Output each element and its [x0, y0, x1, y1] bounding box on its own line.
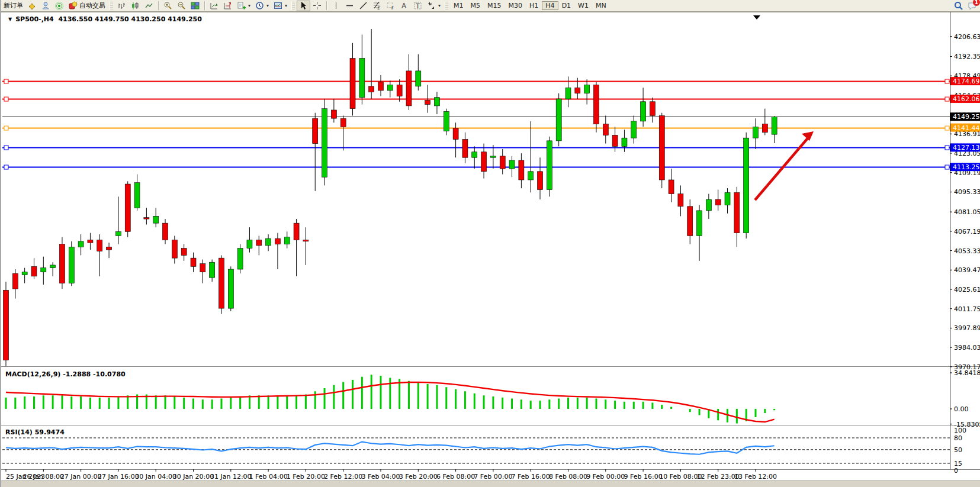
trendline-tool[interactable]: [356, 1, 370, 11]
candle-body: [22, 272, 27, 275]
fibonacci-tool[interactable]: E: [370, 1, 384, 11]
time-axis-label: 6 Feb 08:00: [436, 473, 475, 480]
dropdown-caret: ▾: [266, 3, 269, 8]
candle-body: [612, 135, 618, 146]
indicator-list-button[interactable]: [207, 1, 221, 11]
time-axis-label: 7 Feb 00:00: [474, 473, 512, 480]
rsi-indicator-label: RSI(14) 59.9474: [5, 428, 65, 436]
cursor-tool-button[interactable]: [297, 1, 310, 11]
candle-body: [734, 192, 740, 233]
time-axis-label: 1 Feb 04:00: [249, 473, 288, 480]
new-order-button[interactable]: 新订单: [1, 1, 25, 11]
time-axis-label: 12 Feb 23:00: [697, 473, 740, 480]
price-label-text: 4113.252: [953, 163, 980, 171]
arrows-tool[interactable]: ▾: [425, 1, 443, 11]
price-tick-label: 4039.470: [954, 266, 980, 274]
signals-button[interactable]: [53, 1, 66, 11]
search-icon[interactable]: [954, 1, 963, 10]
candle-body: [144, 218, 149, 219]
window-bottom-edge: [1, 480, 980, 487]
time-axis-label: 3 Feb 20:00: [399, 473, 438, 480]
candle-body: [153, 216, 159, 223]
price-tick-label: 4095.330: [954, 188, 980, 196]
timeframe-button-m30[interactable]: M30: [505, 1, 526, 11]
text-label-icon: T: [413, 1, 422, 10]
tile-windows-icon: [191, 1, 200, 10]
candle-body: [500, 156, 505, 169]
candle-body: [416, 71, 421, 86]
mt4-window: 新订单 自动交易 ▾ ▾ ▾ E F A T ▾ M: [0, 0, 980, 487]
timeframe-button-w1[interactable]: W1: [574, 1, 592, 11]
timeframe-bar: M1M5M15M30H1H4D1W1MN: [450, 1, 610, 11]
candle-body: [284, 237, 290, 244]
candle-body: [228, 269, 233, 308]
line-chart-button[interactable]: [142, 1, 156, 11]
candle-body: [650, 102, 655, 116]
dropdown-caret: ▾: [248, 3, 250, 8]
timeframe-button-h4[interactable]: H4: [542, 1, 558, 10]
period-button[interactable]: ▾: [253, 1, 271, 11]
market-watch-icon: [41, 1, 50, 10]
toolbar-separator: [326, 1, 327, 10]
candle-body: [331, 110, 336, 118]
template-button[interactable]: ▾: [271, 1, 290, 11]
candle-body: [762, 124, 767, 133]
timeframe-button-m5[interactable]: M5: [467, 1, 484, 11]
candle-body: [303, 240, 309, 241]
price-label-text: 4174.692: [953, 78, 980, 85]
candle-body: [359, 59, 365, 98]
hline-anchor: [4, 126, 8, 130]
candle-body: [387, 85, 393, 90]
candle-body: [181, 249, 187, 256]
chart-profiles-button[interactable]: [25, 1, 39, 11]
tile-windows-button[interactable]: [188, 1, 202, 11]
candle-body: [378, 82, 384, 91]
vertical-line-tool[interactable]: [329, 1, 343, 11]
text-tool[interactable]: A: [397, 1, 411, 11]
text-label-tool[interactable]: T: [411, 1, 425, 11]
autotrading-button[interactable]: 自动交易: [66, 1, 108, 11]
candle-body: [490, 156, 496, 157]
candle-body: [322, 109, 327, 178]
rsi-scale-label: 80: [954, 434, 962, 442]
price-chart[interactable]: 4206.6304192.3504178.4904164.6304150.770…: [1, 12, 980, 487]
candlestick-chart-button[interactable]: [128, 1, 142, 11]
channel-tool[interactable]: F: [384, 1, 397, 11]
time-axis-label: 9 Feb 16:00: [624, 473, 663, 480]
add-indicator-button[interactable]: ▾: [234, 1, 253, 11]
chart-dropdown-icon[interactable]: ▼: [8, 17, 12, 22]
zoom-in-button[interactable]: [161, 1, 175, 11]
candle-body: [725, 192, 730, 205]
timeframe-button-h1[interactable]: H1: [526, 1, 542, 11]
bar-chart-button[interactable]: [115, 1, 128, 11]
timeframe-button-m1[interactable]: M1: [450, 1, 467, 11]
chart-symbol: SP500-,H4: [15, 15, 54, 23]
candle-body: [50, 265, 56, 268]
candle-body: [641, 102, 646, 121]
toolbar-grip: [110, 2, 113, 10]
time-axis-label: 27 Jan 16:00: [98, 473, 139, 480]
candle-body: [715, 199, 721, 205]
candle-body: [622, 138, 627, 146]
svg-text:A: A: [401, 2, 407, 10]
candle-body: [125, 184, 130, 231]
candle-body: [31, 266, 37, 276]
candle-body: [294, 223, 299, 240]
timeframe-button-d1[interactable]: D1: [558, 1, 574, 11]
timeframe-button-mn[interactable]: MN: [592, 1, 610, 11]
candle-body: [687, 207, 693, 236]
zoom-out-button[interactable]: [175, 1, 188, 11]
candle-body: [41, 268, 46, 272]
crosshair-tool-button[interactable]: [310, 1, 324, 11]
candle-body: [369, 86, 374, 92]
horizontal-line-tool[interactable]: [343, 1, 356, 11]
timeframe-button-m15[interactable]: M15: [484, 1, 505, 11]
indicator-window-icon: [223, 1, 232, 10]
indicator-window-button[interactable]: [221, 1, 234, 11]
notifications-button[interactable]: 1: [968, 1, 976, 10]
toolbar-grip: [445, 2, 448, 10]
autotrading-icon: [69, 1, 78, 10]
candle-body: [12, 273, 18, 289]
candle-body: [556, 99, 561, 141]
market-watch-button[interactable]: [39, 1, 53, 11]
